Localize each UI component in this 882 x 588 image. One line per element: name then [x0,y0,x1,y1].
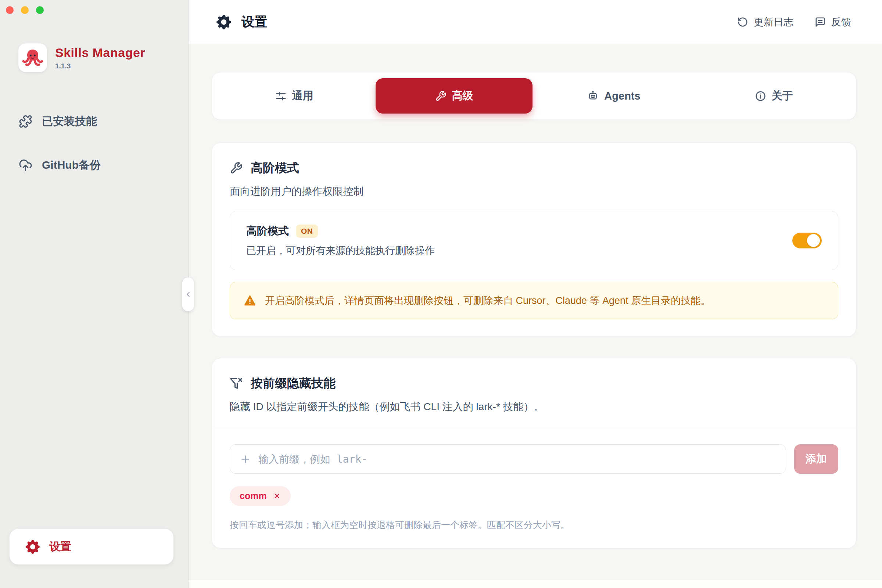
filter-x-icon [230,377,243,390]
tab-about[interactable]: 关于 [695,78,852,114]
header-actions: 更新日志 反馈 [737,15,851,28]
minimize-window-button[interactable] [21,6,28,14]
tab-advanced[interactable]: 高级 [376,78,532,114]
prefix-tag: comm [230,486,291,506]
prefix-input[interactable] [258,453,776,465]
sidebar-nav: 已安装技能 GitHub备份 [0,110,188,176]
card-title: 按前缀隐藏技能 [250,375,336,392]
switch-knob [807,234,820,247]
page-title: 设置 [242,13,267,30]
card-title: 高阶模式 [250,160,299,176]
tab-general[interactable]: 通用 [216,78,373,114]
gear-icon [26,540,40,554]
feedback-icon [815,16,826,28]
tab-label: 通用 [292,88,314,103]
warning-banner: 开启高阶模式后，详情页面将出现删除按钮，可删除来自 Cursor、Claude … [230,282,838,320]
sidebar: Skills Manager 1.1.3 已安装技能 GitHub备份 设置 [0,0,189,588]
window-controls [0,0,188,14]
sliders-icon [275,90,286,102]
app-version: 1.1.3 [55,62,145,70]
scroll-end-strip [189,579,882,588]
sidebar-item-label: 设置 [49,539,71,554]
prefix-tag-label: comm [240,490,267,501]
gear-icon [216,15,231,29]
sidebar-item-settings[interactable]: 设置 [9,529,174,564]
app-logo [18,44,47,72]
card-divider [212,428,856,428]
history-icon [737,16,748,28]
advanced-mode-switch[interactable] [792,232,822,248]
feedback-label: 反馈 [831,15,851,28]
tab-agents[interactable]: Agents [536,78,692,114]
tab-label: Agents [604,90,640,102]
close-window-button[interactable] [6,6,14,14]
card-subtitle: 面向进阶用户的操作权限控制 [230,184,838,198]
tab-label: 关于 [772,88,793,103]
bot-icon [587,90,598,102]
status-badge: ON [296,225,318,238]
info-icon [755,90,766,102]
tab-label: 高级 [452,88,473,103]
changelog-label: 更新日志 [754,15,794,28]
sidebar-item-github-backup[interactable]: GitHub备份 [0,154,188,176]
plus-icon [240,453,251,465]
puzzle-icon [19,115,32,128]
prefix-tag-list: comm [230,486,838,506]
app-brand: Skills Manager 1.1.3 [18,44,188,72]
toggle-label: 高阶模式 [246,224,289,238]
feedback-button[interactable]: 反馈 [815,15,851,28]
page-title-group: 设置 [216,13,267,30]
hide-prefix-card: 按前缀隐藏技能 隐藏 ID 以指定前缀开头的技能（例如飞书 CLI 注入的 la… [212,358,856,548]
prefix-input-container [230,444,786,474]
toggle-description: 已开启，可对所有来源的技能执行删除操作 [246,244,435,257]
add-prefix-button[interactable]: 添加 [794,444,838,474]
advanced-mode-toggle-row: 高阶模式 ON 已开启，可对所有来源的技能执行删除操作 [230,211,838,270]
cloud-upload-icon [19,158,32,172]
toggle-texts: 高阶模式 ON 已开启，可对所有来源的技能执行删除操作 [246,224,435,257]
prefix-input-row: 添加 [230,444,838,474]
octopus-icon [22,47,44,68]
wrench-icon [230,162,243,175]
advanced-mode-card-header: 高阶模式 [230,160,838,176]
warning-text: 开启高阶模式后，详情页面将出现删除按钮，可删除来自 Cursor、Claude … [265,294,710,307]
chevron-left-icon [184,290,192,298]
advanced-mode-card: 高阶模式 面向进阶用户的操作权限控制 高阶模式 ON 已开启，可对所有来源的技能… [212,142,856,337]
settings-tabbar: 通用 高级 Agents [212,72,856,120]
sidebar-collapse-handle[interactable] [182,278,194,311]
wrench-icon [435,90,447,102]
main-area: 设置 更新日志 反馈 [189,0,882,588]
alert-triangle-icon [243,294,256,307]
prefix-help-text: 按回车或逗号添加；输入框为空时按退格可删除最后一个标签。匹配不区分大小写。 [230,519,838,531]
hide-prefix-card-header: 按前缀隐藏技能 [230,375,838,392]
card-subtitle: 隐藏 ID 以指定前缀开头的技能（例如飞书 CLI 注入的 lark-* 技能）… [230,400,838,414]
remove-tag-icon[interactable] [273,492,281,500]
maximize-window-button[interactable] [36,6,44,14]
page-header: 设置 更新日志 反馈 [189,0,882,44]
changelog-button[interactable]: 更新日志 [737,15,794,28]
sidebar-item-installed-skills[interactable]: 已安装技能 [0,110,188,133]
sidebar-item-label: GitHub备份 [42,158,101,173]
settings-content: 通用 高级 Agents [189,44,882,588]
sidebar-item-label: 已安装技能 [42,114,97,129]
app-title: Skills Manager [55,46,145,60]
